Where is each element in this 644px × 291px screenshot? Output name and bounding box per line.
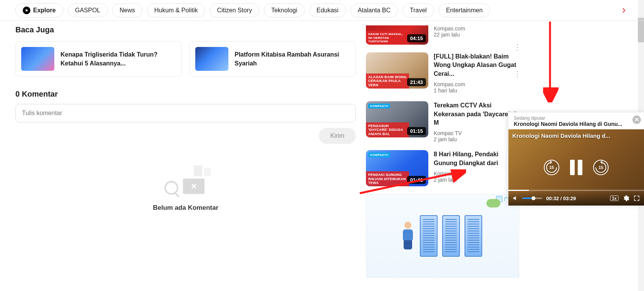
- video-source: Kompas TV: [434, 130, 520, 136]
- nav-hukum-politik[interactable]: Hukum & Politik: [147, 3, 205, 17]
- volume-slider[interactable]: [522, 197, 542, 199]
- thumb-caption: ALASAN BAIM WONG CERAIKAN PAULA VERH: [366, 74, 409, 89]
- article-thumb: [195, 47, 228, 71]
- video-sidebar: HAKIM CUTI MASSAL, INI DERETAN TUNTUTANN…: [366, 25, 520, 278]
- fullscreen-icon[interactable]: [633, 195, 640, 202]
- video-time: 2 jam lalu: [434, 136, 520, 142]
- also-read-card[interactable]: Platform Kitabisa Rambah Asuransi Syaria…: [190, 41, 356, 77]
- video-item[interactable]: HAKIM CUTI MASSAL, INI DERETAN TUNTUTANN…: [366, 25, 520, 45]
- video-thumb: ALASAN BAIM WONG CERAIKAN PAULA VERH 21:…: [366, 52, 428, 89]
- ad-illustration: [366, 194, 519, 278]
- video-thumb: KOMPASTV PENGASUH 'DAYCARE' DIDUGA ANIAY…: [366, 101, 428, 137]
- nav-teknologi[interactable]: Teknologi: [264, 3, 305, 17]
- send-comment-button[interactable]: Kirim: [319, 128, 356, 144]
- video-duration: 21:43: [407, 78, 426, 86]
- nav-travel[interactable]: Travel: [402, 3, 434, 17]
- video-duration: 01:15: [407, 127, 426, 135]
- player-title: Kronologi Naomi Daviola Hilang di Gunu..…: [514, 121, 639, 127]
- more-icon[interactable]: ⋮: [513, 69, 521, 79]
- also-read-card[interactable]: Kenapa Trigliserida Tidak Turun? Ketahui…: [15, 41, 182, 77]
- video-time: 22 jam lalu: [434, 32, 520, 38]
- nav-explore[interactable]: Explore: [15, 3, 63, 18]
- empty-comments: ✕ Belum ada Komentar: [15, 156, 356, 212]
- volume-icon[interactable]: [512, 195, 518, 201]
- video-source: Kompas.com: [434, 25, 520, 32]
- video-time: 2 jam lalu: [434, 177, 520, 183]
- also-read-heading: Baca Juga: [15, 25, 356, 34]
- channel-badge: KOMPASTV: [368, 152, 390, 157]
- compass-icon: [23, 7, 30, 14]
- comment-input[interactable]: [15, 104, 356, 122]
- ad-banner[interactable]: ⓘ 广告 ✕: [366, 194, 519, 278]
- video-thumb: HAKIM CUTI MASSAL, INI DERETAN TUNTUTANN…: [366, 25, 428, 45]
- video-source: Kompas.com: [434, 81, 520, 87]
- empty-text: Belum ada Komentar: [15, 204, 356, 212]
- empty-illustration: ✕: [161, 164, 211, 199]
- floating-video-player: Sedang diputar Kronologi Naomi Daviola H…: [508, 112, 644, 206]
- forward-15-icon[interactable]: 15: [593, 160, 609, 175]
- pause-icon[interactable]: [570, 160, 582, 175]
- nav-news[interactable]: News: [112, 3, 143, 17]
- video-title: [FULL] Blak-blakan! Baim Wong Ungkap Ala…: [434, 52, 520, 78]
- video-time: 1 hari lalu: [434, 87, 520, 94]
- nav-scroll-right-icon[interactable]: [619, 6, 629, 15]
- article-thumb: [21, 47, 54, 71]
- channel-badge: KOMPASTV: [368, 104, 390, 109]
- video-title: Terekam CCTV Aksi Kekerasan pada 'Daycar…: [434, 101, 520, 127]
- video-item[interactable]: KOMPASTV PENGASUH 'DAYCARE' DIDUGA ANIAY…: [366, 101, 520, 142]
- video-item[interactable]: ALASAN BAIM WONG CERAIKAN PAULA VERH 21:…: [366, 52, 520, 94]
- thumb-caption: PENGASUH 'DAYCARE' DIDUGA ANIAYA BAL: [366, 122, 409, 137]
- video-duration: 01:41: [407, 176, 426, 184]
- nav-citizen-story[interactable]: Citizen Story: [210, 3, 259, 17]
- speed-button[interactable]: 1x: [610, 196, 619, 201]
- top-nav: Explore GASPOL News Hukum & Politik Citi…: [0, 0, 644, 21]
- settings-icon[interactable]: [622, 195, 629, 202]
- nav-edukasi[interactable]: Edukasi: [309, 3, 346, 17]
- scrollbar-thumb[interactable]: [638, 18, 644, 42]
- video-item[interactable]: KOMPASTV PENDAKI GUNUNG RINJANI DITEMUKA…: [366, 150, 520, 186]
- nav-atalanta-bc[interactable]: Atalanta BC: [351, 3, 398, 17]
- article-title: Platform Kitabisa Rambah Asuransi Syaria…: [235, 50, 350, 68]
- more-icon[interactable]: ⋮: [513, 42, 521, 52]
- nav-label: Explore: [33, 7, 56, 14]
- video-source: Kompas TV: [434, 171, 520, 177]
- thumb-caption: PENDAKI GUNUNG RINJANI DITEMUKAN TEWA: [366, 171, 409, 186]
- close-icon[interactable]: ✕: [632, 115, 641, 124]
- nav-entertainment[interactable]: Entertainmen: [439, 3, 490, 17]
- video-thumb: KOMPASTV PENDAKI GUNUNG RINJANI DITEMUKA…: [366, 150, 428, 186]
- time-display: 00:32 / 03:29: [546, 196, 576, 201]
- article-title: Kenapa Trigliserida Tidak Turun? Ketahui…: [60, 50, 176, 68]
- also-read-list: Kenapa Trigliserida Tidak Turun? Ketahui…: [15, 41, 356, 77]
- rewind-15-icon[interactable]: 15: [544, 160, 559, 175]
- comment-count: 0 Komentar: [15, 90, 356, 99]
- video-title: 8 Hari Hilang, Pendaki Gunung Diangkat d…: [434, 150, 520, 167]
- player-status: Sedang diputar: [514, 115, 639, 121]
- nav-gaspol[interactable]: GASPOL: [68, 3, 108, 17]
- thumb-caption: HAKIM CUTI MASSAL, INI DERETAN TUNTUTANN: [366, 31, 409, 45]
- video-frame[interactable]: Kronologi Naomi Daviola Hilang d... 15 1…: [508, 129, 644, 206]
- video-duration: 04:15: [407, 34, 426, 42]
- main-content: Baca Juga Kenapa Trigliserida Tidak Turu…: [15, 25, 356, 278]
- video-overlay-title: Kronologi Naomi Daviola Hilang d...: [512, 132, 640, 139]
